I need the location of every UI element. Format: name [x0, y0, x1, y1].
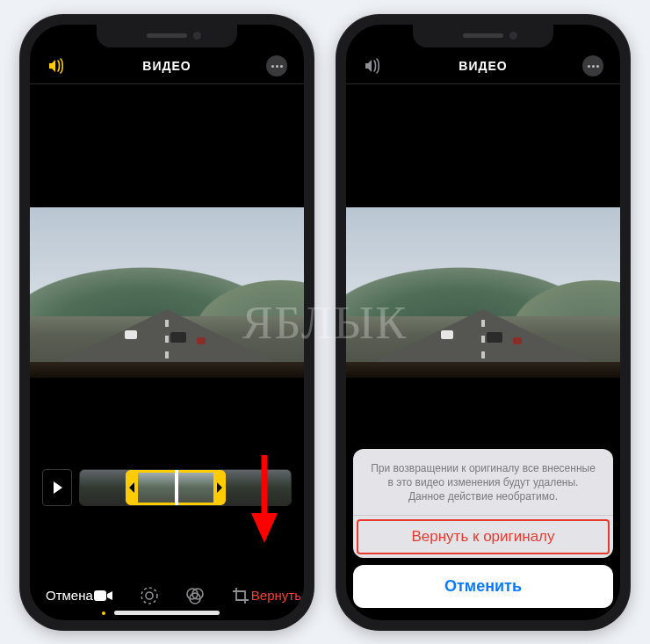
header-title: ВИДЕО	[142, 59, 191, 73]
action-sheet-message: При возвращении к оригиналу все внесенны…	[353, 449, 613, 516]
notch	[97, 25, 237, 47]
iphone-right: ВИДЕО При возвращении к оригиналу	[336, 14, 631, 631]
screen-right: ВИДЕО При возвращении к оригиналу	[346, 25, 620, 620]
screen-left: ВИДЕО	[30, 25, 304, 620]
action-sheet-cancel-button[interactable]: Отменить	[353, 565, 613, 608]
spacer	[30, 84, 304, 207]
iphone-left: ВИДЕО	[19, 14, 314, 631]
notch	[413, 25, 553, 47]
video-preview[interactable]	[346, 207, 620, 378]
svg-point-2	[146, 592, 153, 599]
more-icon[interactable]	[581, 54, 604, 77]
play-icon	[54, 481, 62, 494]
video-preview[interactable]	[30, 207, 304, 378]
sound-icon[interactable]	[46, 54, 69, 77]
cancel-button[interactable]: Отмена	[46, 588, 93, 603]
more-icon[interactable]	[265, 54, 288, 77]
spacer	[346, 84, 620, 207]
bottom-toolbar: Отмена Вернуть	[30, 585, 304, 606]
editor-header: ВИДЕО	[30, 49, 304, 84]
trim-handle-right[interactable]	[213, 473, 226, 503]
home-indicator[interactable]	[430, 611, 536, 615]
video-tool-icon[interactable]	[93, 585, 114, 606]
revert-to-original-button[interactable]: Вернуть к оригиналу	[353, 516, 613, 558]
home-indicator[interactable]	[114, 611, 220, 615]
sound-icon[interactable]	[362, 54, 385, 77]
trim-handle-left[interactable]	[126, 473, 138, 503]
adjust-tool-icon[interactable]	[139, 585, 160, 606]
editor-header: ВИДЕО	[346, 49, 620, 84]
comparison-stage: ВИДЕО	[0, 0, 650, 644]
crop-tool-icon[interactable]	[230, 585, 251, 606]
filters-tool-icon[interactable]	[184, 585, 206, 606]
video-trimmer[interactable]	[79, 469, 292, 506]
action-sheet: При возвращении к оригиналу все внесенны…	[353, 449, 613, 608]
spacer	[30, 378, 304, 466]
svg-marker-7	[251, 513, 278, 543]
header-title: ВИДЕО	[459, 59, 507, 73]
revert-button[interactable]: Вернуть	[251, 588, 301, 603]
svg-point-1	[141, 588, 157, 604]
play-button[interactable]	[42, 469, 72, 506]
playhead[interactable]	[175, 469, 178, 506]
svg-rect-0	[94, 590, 106, 601]
trim-row	[30, 466, 304, 510]
